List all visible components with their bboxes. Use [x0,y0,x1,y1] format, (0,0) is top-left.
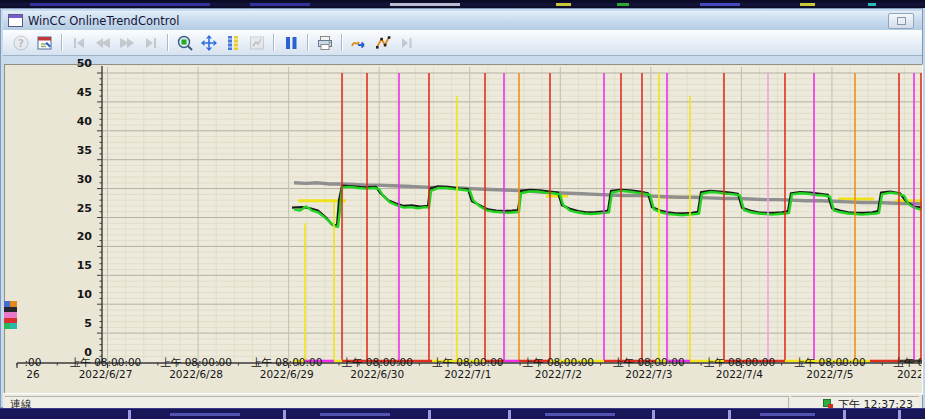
select-trend-icon[interactable] [348,32,370,53]
zoom-icon[interactable] [174,32,196,53]
print-icon[interactable] [314,32,336,53]
connect-dots-icon[interactable] [372,32,394,53]
taskbar-divider [652,410,655,419]
last-record-icon [140,32,162,53]
taskbar-divider [283,410,286,419]
taskbar-divider [128,410,131,419]
statistics-icon [246,32,268,53]
taskbar-text-blur [170,413,240,416]
toolbar: ? [3,30,922,56]
taskbar-divider [508,410,511,419]
toolbar-separator [61,34,63,51]
title-bar[interactable]: WinCC OnlineTrendControl [3,11,922,30]
export-data-icon [396,32,418,53]
help-icon: ? [10,32,32,53]
taskbar-divider [428,410,431,419]
properties-icon[interactable] [34,32,56,53]
background-text-blur [556,3,571,6]
toolbar-separator [307,34,309,51]
pause-icon[interactable] [280,32,302,53]
taskbar-divider [843,410,846,419]
taskbar-text-blur [320,413,390,416]
trend-chart-svg [4,64,923,395]
close-button[interactable] [888,13,914,29]
previous-record-icon [92,32,114,53]
taskbar-divider [728,410,731,419]
toolbar-separator [167,34,169,51]
background-text-blur [617,3,629,6]
next-record-icon [116,32,138,53]
background-app-strip-top [0,0,925,8]
move-trend-icon[interactable] [198,32,220,53]
background-text-blur [390,3,460,6]
trend-legend-icon[interactable] [4,301,17,329]
window-icon [8,14,23,27]
taskbar-text-blur [545,413,615,416]
trend-chart-area[interactable] [4,64,923,395]
scale-icon[interactable] [222,32,244,53]
screen: WinCC OnlineTrendControl ? 連線 下午 12:37:2… [0,0,925,419]
svg-text:?: ? [18,37,24,50]
wincc-trend-window: WinCC OnlineTrendControl ? 連線 下午 12:37:2… [0,8,923,408]
toolbar-separator [341,34,343,51]
background-text-blur [800,3,815,6]
taskbar-divider [898,410,901,419]
background-text-blur [30,3,210,6]
toolbar-separator [273,34,275,51]
background-text-blur [868,3,876,6]
window-title: WinCC OnlineTrendControl [28,14,179,28]
background-text-blur [700,3,740,6]
taskbar-text-blur [760,413,815,416]
background-text-blur [250,3,310,6]
first-record-icon [68,32,90,53]
background-app-strip-bottom [0,408,925,419]
close-icon [897,17,906,25]
